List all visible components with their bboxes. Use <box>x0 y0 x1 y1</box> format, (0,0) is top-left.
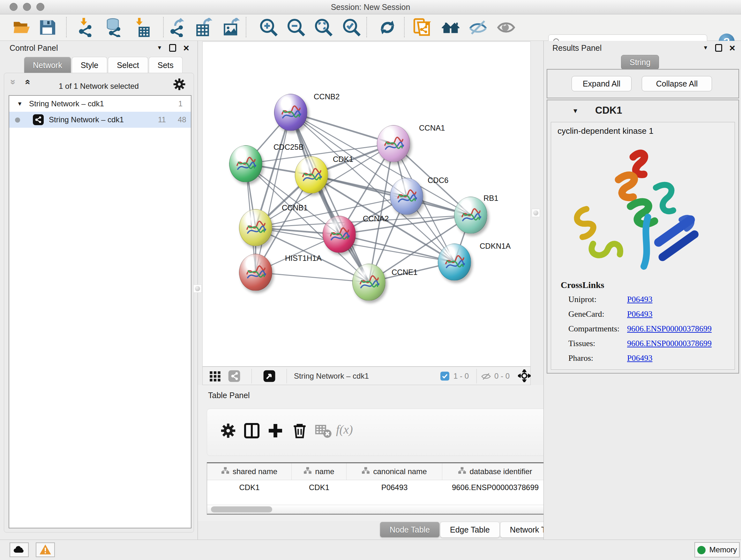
column-header-name[interactable]: name <box>292 463 347 480</box>
protein-structure-thumbnail <box>328 223 351 246</box>
gene-collapse-icon[interactable]: ▼ <box>572 107 579 115</box>
tab-select[interactable]: Select <box>108 57 148 73</box>
table-gear-icon[interactable] <box>219 422 237 440</box>
control-panel-tabs: NetworkStyleSelectSets <box>24 57 183 73</box>
network-collection-row[interactable]: ▼ String Network – cdk1 1 <box>9 96 191 112</box>
toolbar-separator <box>66 17 67 37</box>
export-table-icon[interactable] <box>195 18 214 37</box>
cell-canonical-name[interactable]: P06493 <box>347 480 442 495</box>
export-image-icon[interactable] <box>222 18 241 37</box>
results-panel: Results Panel ▼ × String Expand All Coll… <box>543 41 741 540</box>
grid-view-icon[interactable] <box>209 370 221 382</box>
tab-edge-table[interactable]: Edge Table <box>440 522 500 538</box>
network-canvas[interactable]: CCNB2CCNA1CDC25BCDK1CDC6RB1CCNB1CCNA2CDK… <box>202 42 531 367</box>
column-header-shared-name[interactable]: shared name <box>207 463 292 480</box>
node-CDKN1A[interactable] <box>438 244 471 281</box>
zoom-in-icon[interactable] <box>259 18 278 37</box>
cell-shared-name[interactable]: CDK1 <box>207 480 292 495</box>
tab-node-table[interactable]: Node Table <box>380 522 440 538</box>
warning-icon[interactable] <box>36 543 55 557</box>
crosslink-link[interactable]: P06493 <box>627 354 652 363</box>
memory-button[interactable]: Memory <box>694 542 740 557</box>
panel-float-icon[interactable] <box>169 44 176 52</box>
crosslink-row: Uniprot:P06493 <box>551 293 735 307</box>
refresh-icon[interactable] <box>378 18 397 37</box>
footer-separator <box>252 369 252 383</box>
cell-database-identifier[interactable]: 9606.ENSP00000378699 <box>442 480 548 495</box>
duplicate-network-icon[interactable] <box>412 18 431 37</box>
birds-eye-view-icon[interactable] <box>263 370 276 382</box>
crosslink-link[interactable]: P06493 <box>627 309 652 319</box>
crosslink-link[interactable]: 9606.ENSP00000378699 <box>627 324 712 334</box>
delete-column-icon[interactable] <box>291 422 309 440</box>
import-network-file-icon[interactable] <box>77 18 96 37</box>
left-splitter-handle[interactable] <box>193 285 202 293</box>
node-CCNB2[interactable] <box>274 94 307 131</box>
fit-selected-crosshair-icon[interactable] <box>518 369 531 382</box>
export-network-icon[interactable] <box>167 18 186 37</box>
node-CCNA1[interactable] <box>377 125 410 162</box>
preview-eye-icon[interactable] <box>496 18 516 37</box>
gene-description: cyclin-dependent kinase 1 <box>557 126 654 136</box>
scrollbar-thumb[interactable] <box>211 506 272 512</box>
window-title: Session: New Session <box>0 0 741 14</box>
zoom-fit-icon[interactable] <box>314 18 333 37</box>
tab-network[interactable]: Network <box>24 57 71 73</box>
network-share-icon[interactable] <box>228 370 241 382</box>
save-session-icon[interactable] <box>38 18 57 37</box>
node-HIST1H1A[interactable] <box>239 254 272 291</box>
node-CDC25B[interactable] <box>229 145 262 182</box>
edge-CCNB2-HIST1H1A[interactable] <box>256 112 291 272</box>
protein-structure-thumbnail <box>245 261 267 284</box>
tab-sets[interactable]: Sets <box>149 57 183 73</box>
gear-icon[interactable] <box>172 77 186 91</box>
tab-style[interactable]: Style <box>72 57 108 73</box>
show-hide-eye-icon[interactable] <box>468 18 488 37</box>
node-RB1[interactable] <box>454 197 487 234</box>
expand-all-button[interactable]: Expand All <box>571 76 631 91</box>
tab-string[interactable]: String <box>621 55 659 70</box>
gene-header-row[interactable]: ▼ CDK1 <box>547 104 738 119</box>
add-column-icon[interactable] <box>266 422 284 440</box>
node-CCNE1[interactable] <box>352 264 386 301</box>
network-row-selected[interactable]: String Network – cdk1 11 48 <box>9 112 191 128</box>
collapse-all-button[interactable]: Collapse All <box>642 76 712 91</box>
results-actions-box: Expand All Collapse All <box>547 69 739 98</box>
panel-collapse-icon[interactable]: ▼ <box>703 45 708 51</box>
hidden-eye-slash-icon[interactable] <box>481 371 491 383</box>
node-CCNA2[interactable] <box>323 216 356 253</box>
tree-expand-icon[interactable]: ▼ <box>17 96 23 112</box>
toolbar-separator <box>366 17 367 37</box>
right-splitter-handle[interactable] <box>532 209 540 217</box>
panel-close-icon[interactable]: × <box>183 45 189 51</box>
zoom-out-icon[interactable] <box>286 18 306 37</box>
network-view-title: String Network – cdk1 <box>294 367 369 385</box>
string-home-icon[interactable] <box>441 18 460 37</box>
cell-name[interactable]: CDK1 <box>292 480 347 495</box>
node-CCNB1[interactable] <box>239 209 272 246</box>
show-columns-icon[interactable] <box>243 422 261 440</box>
import-network-database-icon[interactable] <box>104 18 123 37</box>
app-window: Session: New Session <box>0 0 741 560</box>
open-session-icon[interactable] <box>12 18 31 37</box>
node-CDC6[interactable] <box>390 178 423 215</box>
protein-structure-thumbnail <box>300 164 323 187</box>
cloud-status-icon[interactable] <box>10 543 29 557</box>
function-builder-icon[interactable]: f(x) <box>336 422 353 436</box>
import-table-file-icon[interactable] <box>132 18 151 37</box>
panel-float-icon[interactable] <box>715 44 722 52</box>
crosslink-link[interactable]: P06493 <box>627 295 652 304</box>
crosslink-link[interactable]: 9606.ENSP00000378699 <box>627 339 712 348</box>
network-collection-label: String Network – cdk1 <box>29 96 104 112</box>
column-header-canonical-name[interactable]: canonical name <box>347 463 442 480</box>
protein-structure-thumbnail <box>460 204 482 227</box>
zoom-selected-icon[interactable] <box>342 18 361 37</box>
panel-collapse-icon[interactable]: ▼ <box>157 45 162 51</box>
protein-structure-thumbnail <box>245 216 267 240</box>
panel-close-icon[interactable]: × <box>729 45 735 51</box>
node-CDK1[interactable] <box>295 157 328 193</box>
column-header-database-identifier[interactable]: database identifier <box>442 463 548 480</box>
delete-table-icon[interactable] <box>314 422 332 440</box>
selected-checkbox-icon[interactable] <box>441 372 449 381</box>
crosslink-row: GeneCard:P06493 <box>551 307 735 322</box>
